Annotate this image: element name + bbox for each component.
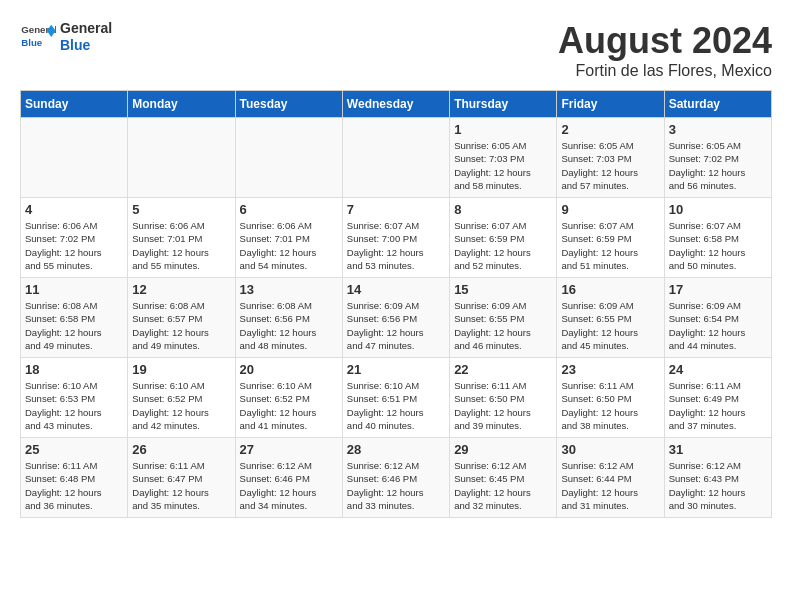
- calendar-header-row: SundayMondayTuesdayWednesdayThursdayFrid…: [21, 91, 772, 118]
- day-number: 22: [454, 362, 552, 377]
- day-number: 9: [561, 202, 659, 217]
- calendar-cell: 17Sunrise: 6:09 AMSunset: 6:54 PMDayligh…: [664, 278, 771, 358]
- calendar-cell: 27Sunrise: 6:12 AMSunset: 6:46 PMDayligh…: [235, 438, 342, 518]
- day-info: Sunrise: 6:07 AMSunset: 6:59 PMDaylight:…: [561, 219, 659, 272]
- day-number: 31: [669, 442, 767, 457]
- day-number: 3: [669, 122, 767, 137]
- header-tuesday: Tuesday: [235, 91, 342, 118]
- day-number: 15: [454, 282, 552, 297]
- calendar-table: SundayMondayTuesdayWednesdayThursdayFrid…: [20, 90, 772, 518]
- day-info: Sunrise: 6:11 AMSunset: 6:49 PMDaylight:…: [669, 379, 767, 432]
- subtitle: Fortin de las Flores, Mexico: [558, 62, 772, 80]
- calendar-cell: 23Sunrise: 6:11 AMSunset: 6:50 PMDayligh…: [557, 358, 664, 438]
- day-number: 20: [240, 362, 338, 377]
- calendar-cell: 12Sunrise: 6:08 AMSunset: 6:57 PMDayligh…: [128, 278, 235, 358]
- day-number: 26: [132, 442, 230, 457]
- day-info: Sunrise: 6:10 AMSunset: 6:52 PMDaylight:…: [240, 379, 338, 432]
- day-number: 27: [240, 442, 338, 457]
- day-number: 28: [347, 442, 445, 457]
- day-number: 7: [347, 202, 445, 217]
- day-info: Sunrise: 6:07 AMSunset: 6:59 PMDaylight:…: [454, 219, 552, 272]
- day-info: Sunrise: 6:11 AMSunset: 6:50 PMDaylight:…: [454, 379, 552, 432]
- day-info: Sunrise: 6:11 AMSunset: 6:50 PMDaylight:…: [561, 379, 659, 432]
- day-number: 12: [132, 282, 230, 297]
- calendar-cell: 1Sunrise: 6:05 AMSunset: 7:03 PMDaylight…: [450, 118, 557, 198]
- calendar-cell: 30Sunrise: 6:12 AMSunset: 6:44 PMDayligh…: [557, 438, 664, 518]
- day-info: Sunrise: 6:05 AMSunset: 7:02 PMDaylight:…: [669, 139, 767, 192]
- day-number: 1: [454, 122, 552, 137]
- day-number: 29: [454, 442, 552, 457]
- main-title: August 2024: [558, 20, 772, 62]
- header-saturday: Saturday: [664, 91, 771, 118]
- title-block: August 2024 Fortin de las Flores, Mexico: [558, 20, 772, 80]
- day-info: Sunrise: 6:12 AMSunset: 6:46 PMDaylight:…: [240, 459, 338, 512]
- day-number: 17: [669, 282, 767, 297]
- calendar-cell: 25Sunrise: 6:11 AMSunset: 6:48 PMDayligh…: [21, 438, 128, 518]
- day-number: 30: [561, 442, 659, 457]
- day-info: Sunrise: 6:09 AMSunset: 6:55 PMDaylight:…: [454, 299, 552, 352]
- day-info: Sunrise: 6:06 AMSunset: 7:01 PMDaylight:…: [132, 219, 230, 272]
- calendar-cell: [342, 118, 449, 198]
- logo-text: General Blue: [60, 20, 112, 54]
- calendar-cell: 7Sunrise: 6:07 AMSunset: 7:00 PMDaylight…: [342, 198, 449, 278]
- day-number: 5: [132, 202, 230, 217]
- calendar-cell: 18Sunrise: 6:10 AMSunset: 6:53 PMDayligh…: [21, 358, 128, 438]
- calendar-cell: 5Sunrise: 6:06 AMSunset: 7:01 PMDaylight…: [128, 198, 235, 278]
- day-info: Sunrise: 6:12 AMSunset: 6:46 PMDaylight:…: [347, 459, 445, 512]
- day-info: Sunrise: 6:08 AMSunset: 6:57 PMDaylight:…: [132, 299, 230, 352]
- header-wednesday: Wednesday: [342, 91, 449, 118]
- header-sunday: Sunday: [21, 91, 128, 118]
- calendar-week-row: 18Sunrise: 6:10 AMSunset: 6:53 PMDayligh…: [21, 358, 772, 438]
- calendar-cell: 14Sunrise: 6:09 AMSunset: 6:56 PMDayligh…: [342, 278, 449, 358]
- calendar-cell: 10Sunrise: 6:07 AMSunset: 6:58 PMDayligh…: [664, 198, 771, 278]
- day-info: Sunrise: 6:05 AMSunset: 7:03 PMDaylight:…: [561, 139, 659, 192]
- day-info: Sunrise: 6:11 AMSunset: 6:48 PMDaylight:…: [25, 459, 123, 512]
- page-header: General Blue General Blue August 2024 Fo…: [20, 20, 772, 80]
- calendar-cell: 3Sunrise: 6:05 AMSunset: 7:02 PMDaylight…: [664, 118, 771, 198]
- day-number: 14: [347, 282, 445, 297]
- calendar-cell: 26Sunrise: 6:11 AMSunset: 6:47 PMDayligh…: [128, 438, 235, 518]
- calendar-cell: 24Sunrise: 6:11 AMSunset: 6:49 PMDayligh…: [664, 358, 771, 438]
- calendar-week-row: 25Sunrise: 6:11 AMSunset: 6:48 PMDayligh…: [21, 438, 772, 518]
- calendar-cell: 31Sunrise: 6:12 AMSunset: 6:43 PMDayligh…: [664, 438, 771, 518]
- day-number: 6: [240, 202, 338, 217]
- calendar-cell: 19Sunrise: 6:10 AMSunset: 6:52 PMDayligh…: [128, 358, 235, 438]
- day-info: Sunrise: 6:08 AMSunset: 6:58 PMDaylight:…: [25, 299, 123, 352]
- logo: General Blue General Blue: [20, 20, 112, 54]
- header-friday: Friday: [557, 91, 664, 118]
- calendar-cell: 11Sunrise: 6:08 AMSunset: 6:58 PMDayligh…: [21, 278, 128, 358]
- day-info: Sunrise: 6:08 AMSunset: 6:56 PMDaylight:…: [240, 299, 338, 352]
- calendar-cell: 28Sunrise: 6:12 AMSunset: 6:46 PMDayligh…: [342, 438, 449, 518]
- calendar-cell: [235, 118, 342, 198]
- day-number: 24: [669, 362, 767, 377]
- day-number: 11: [25, 282, 123, 297]
- day-number: 4: [25, 202, 123, 217]
- calendar-cell: [128, 118, 235, 198]
- calendar-cell: 21Sunrise: 6:10 AMSunset: 6:51 PMDayligh…: [342, 358, 449, 438]
- logo-icon: General Blue: [20, 22, 56, 52]
- day-number: 18: [25, 362, 123, 377]
- calendar-cell: 29Sunrise: 6:12 AMSunset: 6:45 PMDayligh…: [450, 438, 557, 518]
- calendar-cell: 6Sunrise: 6:06 AMSunset: 7:01 PMDaylight…: [235, 198, 342, 278]
- header-monday: Monday: [128, 91, 235, 118]
- calendar-cell: 20Sunrise: 6:10 AMSunset: 6:52 PMDayligh…: [235, 358, 342, 438]
- day-number: 13: [240, 282, 338, 297]
- calendar-cell: 2Sunrise: 6:05 AMSunset: 7:03 PMDaylight…: [557, 118, 664, 198]
- day-info: Sunrise: 6:09 AMSunset: 6:54 PMDaylight:…: [669, 299, 767, 352]
- calendar-cell: 9Sunrise: 6:07 AMSunset: 6:59 PMDaylight…: [557, 198, 664, 278]
- day-info: Sunrise: 6:11 AMSunset: 6:47 PMDaylight:…: [132, 459, 230, 512]
- calendar-week-row: 4Sunrise: 6:06 AMSunset: 7:02 PMDaylight…: [21, 198, 772, 278]
- day-info: Sunrise: 6:12 AMSunset: 6:45 PMDaylight:…: [454, 459, 552, 512]
- day-number: 23: [561, 362, 659, 377]
- calendar-cell: 16Sunrise: 6:09 AMSunset: 6:55 PMDayligh…: [557, 278, 664, 358]
- day-info: Sunrise: 6:05 AMSunset: 7:03 PMDaylight:…: [454, 139, 552, 192]
- calendar-cell: 4Sunrise: 6:06 AMSunset: 7:02 PMDaylight…: [21, 198, 128, 278]
- day-info: Sunrise: 6:12 AMSunset: 6:44 PMDaylight:…: [561, 459, 659, 512]
- header-thursday: Thursday: [450, 91, 557, 118]
- day-number: 19: [132, 362, 230, 377]
- calendar-cell: 8Sunrise: 6:07 AMSunset: 6:59 PMDaylight…: [450, 198, 557, 278]
- calendar-cell: 13Sunrise: 6:08 AMSunset: 6:56 PMDayligh…: [235, 278, 342, 358]
- calendar-week-row: 1Sunrise: 6:05 AMSunset: 7:03 PMDaylight…: [21, 118, 772, 198]
- day-info: Sunrise: 6:07 AMSunset: 7:00 PMDaylight:…: [347, 219, 445, 272]
- day-info: Sunrise: 6:06 AMSunset: 7:02 PMDaylight:…: [25, 219, 123, 272]
